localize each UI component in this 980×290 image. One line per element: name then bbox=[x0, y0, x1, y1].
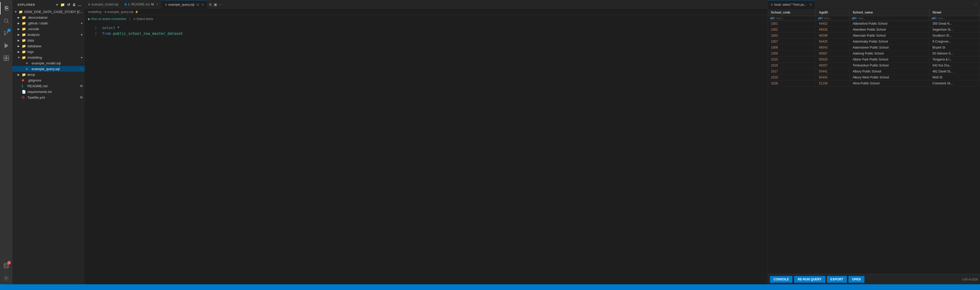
sidebar-item-github-static[interactable]: ▶ 📁 .github / static ● bbox=[13, 20, 85, 26]
console-button[interactable]: CONSOLE bbox=[770, 276, 792, 283]
results-tab-local[interactable]: ≡ local: select * from pu... × bbox=[768, 0, 815, 9]
breadcrumb-file[interactable]: example_query.sql bbox=[107, 10, 133, 14]
toolbar-sep: | bbox=[129, 17, 130, 21]
svg-rect-9 bbox=[4, 58, 6, 61]
code-content-1[interactable]: select * bbox=[102, 25, 764, 30]
sidebar-item-example-model-sql[interactable]: ▶ ≡ example_model.sql bbox=[13, 60, 85, 66]
tab-bar-more-icon[interactable]: ··· bbox=[219, 2, 222, 6]
results-table-container[interactable]: School_code AgeID School_name Street aBC… bbox=[768, 9, 980, 274]
source-control-icon[interactable]: 7 bbox=[0, 27, 13, 40]
cell-age-id: 51109 bbox=[816, 80, 850, 87]
sidebar-item-modelling[interactable]: ▼ 📁 modelling ● bbox=[13, 54, 85, 60]
sidebar-item-readme-md[interactable]: ▶ ℹ README.md M bbox=[13, 83, 85, 89]
readme-tab-label: README.md bbox=[131, 3, 150, 6]
tab-example-model-sql[interactable]: ≡ example_model.sql bbox=[85, 0, 121, 9]
collapse-icon[interactable]: ⇊ bbox=[73, 3, 76, 7]
table-row: 100849043Adamstown Public SchoolBryant S… bbox=[768, 45, 980, 51]
more-icon[interactable]: ... bbox=[78, 3, 81, 7]
readme-md-label: README.md bbox=[27, 84, 80, 88]
code-editor[interactable]: 1 select * 2 from public_school_nsw_mast… bbox=[85, 23, 768, 284]
table-row: 100750425Adaminaby Public School9 Cosgro… bbox=[768, 39, 980, 45]
refresh-icon[interactable]: ↺ bbox=[67, 3, 70, 7]
results-tab-close[interactable]: × bbox=[810, 3, 811, 6]
cell-street: 481 David St... bbox=[929, 69, 980, 75]
query-tab-icon: ≡ bbox=[165, 3, 167, 6]
tab-bar-layout-icon[interactable]: ▣ bbox=[214, 2, 217, 6]
breadcrumb-file-icon: ≡ bbox=[104, 10, 106, 14]
sidebar-item-requirements-txt[interactable]: ▶ 📄 requirements.txt bbox=[13, 89, 85, 95]
tab-readme-md[interactable]: ℹ README.md M × bbox=[121, 0, 162, 9]
filter-abc-icon-4: aBC bbox=[931, 17, 937, 20]
filter-age-id-placeholder: Filter... bbox=[824, 17, 832, 20]
col-age-id[interactable]: AgeID bbox=[816, 9, 850, 16]
settings-icon[interactable] bbox=[0, 272, 13, 284]
devcontainer-label: .devcontainer bbox=[27, 16, 85, 19]
filter-abc-icon-3: aBC bbox=[851, 17, 857, 20]
sidebar-header-icons: + 📁 ↺ ⇊ ... bbox=[56, 3, 81, 7]
table-name: public_school_nsw_master_dataset bbox=[113, 31, 183, 35]
cell-school-code: 1016 bbox=[768, 62, 816, 69]
filter-street[interactable]: aBC Filter... bbox=[931, 17, 978, 20]
export-button[interactable]: EXPORT bbox=[827, 276, 847, 283]
table-row: 100249333Aberdeen Public SchoolSegenhoe … bbox=[768, 27, 980, 33]
tab-example-query-sql[interactable]: ≡ example_query.sql U × bbox=[162, 0, 207, 9]
rerun-query-button[interactable]: RE-RUN QUERY bbox=[794, 276, 825, 283]
col-school-name[interactable]: School_name bbox=[850, 9, 929, 16]
extensions-icon[interactable] bbox=[0, 52, 13, 64]
cell-street: 9 Cosgrove... bbox=[929, 39, 980, 45]
gitignore-label: .gitignore bbox=[27, 79, 85, 82]
sidebar-item-devcontainer[interactable]: ▶ 📁 .devcontainer bbox=[13, 14, 85, 20]
sidebar-item-vscode[interactable]: ▶ 📁 .vscode bbox=[13, 26, 85, 32]
root-label: NSW_DOE_DATA_CASE_STUDY [C... bbox=[24, 10, 85, 14]
col-school-code[interactable]: School_code bbox=[768, 9, 816, 16]
select-block-button[interactable]: ≡ Select block bbox=[134, 17, 153, 21]
sidebar-root[interactable]: ▼ 📁 NSW_DOE_DATA_CASE_STUDY [C... bbox=[13, 9, 85, 14]
github-static-badge: ● bbox=[81, 22, 83, 25]
sidebar-item-gitignore[interactable]: ▶ ⬟ .gitignore bbox=[13, 77, 85, 83]
kw-select: select bbox=[102, 26, 117, 30]
sidebar-item-data[interactable]: ▶ 📁 data bbox=[13, 37, 85, 43]
database-bottom-icon[interactable]: 1 bbox=[0, 260, 13, 272]
breadcrumb: modelling › ≡ example_query.sql ⚡ bbox=[85, 9, 768, 15]
example-query-sql-badge: U bbox=[81, 67, 83, 70]
requirements-txt-label: requirements.txt bbox=[27, 90, 85, 94]
cell-age-id: 49299 bbox=[816, 33, 850, 39]
cell-school-code: 1017 bbox=[768, 69, 816, 75]
col-street[interactable]: Street bbox=[929, 9, 980, 16]
readme-tab-close[interactable]: × bbox=[156, 2, 159, 6]
table-header-row: School_code AgeID School_name Street bbox=[768, 9, 980, 16]
svg-rect-7 bbox=[4, 56, 6, 58]
svg-point-4 bbox=[5, 34, 5, 35]
search-icon[interactable] bbox=[0, 14, 13, 27]
cell-street: 542 Kia Ora... bbox=[929, 62, 980, 69]
sidebar-item-analysis[interactable]: ▶ 📁 analysis ● bbox=[13, 32, 85, 37]
table-row: 101750441Albury Public School481 David S… bbox=[768, 69, 980, 75]
results-more-icon[interactable]: ··· bbox=[974, 2, 980, 6]
filter-school-code[interactable]: aBC Filter... bbox=[770, 17, 813, 20]
svg-rect-8 bbox=[6, 56, 8, 58]
cell-street: Tongarra & I... bbox=[929, 57, 980, 62]
query-tab-close[interactable]: × bbox=[202, 3, 204, 7]
example-model-sql-label: example_model.sql bbox=[32, 61, 85, 65]
sidebar-item-database[interactable]: ▶ 📁 database bbox=[13, 43, 85, 49]
explorer-icon[interactable]: ⎘ bbox=[0, 2, 13, 14]
filter-school-name[interactable]: aBC Filter... bbox=[851, 17, 927, 20]
new-folder-icon[interactable]: 📁 bbox=[60, 3, 65, 7]
open-button[interactable]: OPEN bbox=[848, 276, 864, 283]
new-file-icon[interactable]: + bbox=[56, 3, 58, 7]
results-panel: ≡ local: select * from pu... × ··· Schoo… bbox=[768, 0, 980, 284]
sidebar-item-temp[interactable]: ▶ 📁 temp bbox=[13, 72, 85, 77]
filter-age-id[interactable]: aBC Filter... bbox=[818, 17, 847, 20]
breadcrumb-modelling[interactable]: modelling bbox=[88, 10, 101, 14]
code-content-2[interactable]: from public_school_nsw_master_dataset bbox=[102, 30, 764, 36]
sidebar-item-taskfile-yml[interactable]: ▶ ⚙ Taskfile.yml M bbox=[13, 95, 85, 100]
tab-bar-split-icon[interactable]: ⧉ bbox=[209, 2, 212, 7]
sidebar-header: EXPLORER + 📁 ↺ ⇊ ... bbox=[13, 0, 85, 9]
cell-school-code: 1015 bbox=[768, 57, 816, 62]
run-on-connection-button[interactable]: ▶ Run on active connection bbox=[88, 17, 126, 21]
results-tab-bar: ≡ local: select * from pu... × ··· bbox=[768, 0, 980, 9]
run-icon[interactable] bbox=[0, 40, 13, 52]
cell-age-id: 50442 bbox=[816, 75, 850, 80]
sidebar-item-logs[interactable]: ▶ 📁 logs bbox=[13, 49, 85, 54]
sidebar-item-example-query-sql[interactable]: ▶ ≡ example_query.sql U bbox=[13, 66, 85, 72]
